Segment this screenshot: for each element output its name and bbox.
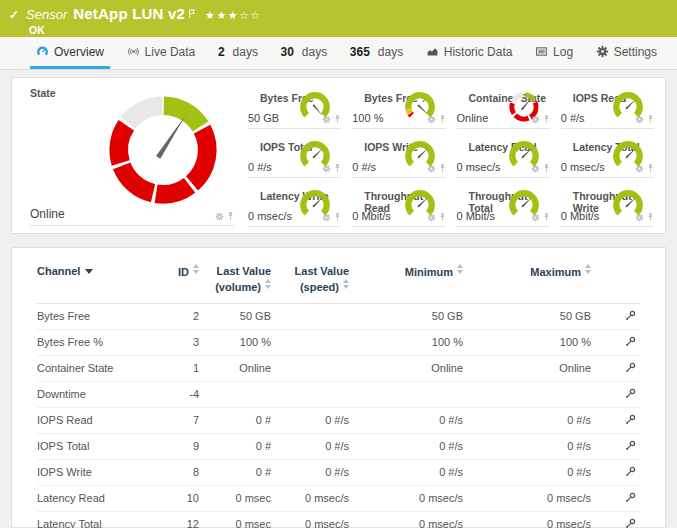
pin-icon[interactable] [647, 213, 654, 222]
column-header-min[interactable]: Minimum [349, 264, 463, 303]
cell-last-value-volume [199, 381, 271, 407]
column-header-channel[interactable]: Channel [37, 264, 157, 303]
channel-table-row: Latency Total 12 0 msec 0 msec/s 0 msec/… [37, 511, 640, 528]
gear-icon[interactable] [635, 213, 644, 222]
channel-settings-wrench-icon[interactable] [625, 440, 636, 451]
mini-gauge-tile[interactable]: Latency Total 0 msec/s [555, 131, 659, 180]
mini-gauge-value: 0 #/s [248, 161, 272, 173]
mini-gauge-tile[interactable]: Throughput Total 0 Mbit/s [451, 180, 555, 229]
tab-live-data[interactable]: Live Data [121, 37, 202, 69]
column-header-id[interactable]: ID [157, 264, 199, 303]
mini-gauge-tile[interactable]: Latency Write 0 msec/s [242, 180, 346, 229]
tab-settings[interactable]: Settings [590, 37, 663, 69]
gear-icon[interactable] [531, 115, 540, 124]
sensor-status-banner: ✓ Sensor NetApp LUN v2 ★★★☆☆ OK [0, 0, 677, 37]
channel-table-body: Bytes Free 2 50 GB 50 GB 50 GB Bytes Fre… [37, 303, 640, 528]
state-gauge-value: Online [30, 207, 65, 221]
channel-settings-wrench-icon[interactable] [625, 336, 636, 347]
gear-icon[interactable] [531, 213, 540, 222]
gear-icon[interactable] [531, 164, 540, 173]
channel-settings-wrench-icon[interactable] [625, 518, 636, 528]
tab-number: 365 [350, 45, 370, 59]
mini-gauge-tile[interactable]: IOPS Read 0 #/s [555, 82, 659, 131]
channel-settings-wrench-icon[interactable] [625, 492, 636, 503]
pin-icon[interactable] [334, 115, 341, 124]
channel-table-panel: ChannelIDLast Value(volume)Last Value(sp… [11, 247, 666, 528]
tab-historic-data[interactable]: Historic Data [420, 37, 519, 69]
pin-icon[interactable] [543, 164, 550, 173]
cell-id: 8 [157, 459, 199, 485]
gear-icon[interactable] [635, 164, 644, 173]
cell-id: 7 [157, 407, 199, 433]
gear-icon[interactable] [322, 213, 331, 222]
pin-icon[interactable] [439, 164, 446, 173]
mini-gauge-value: 0 #/s [561, 112, 585, 124]
channel-settings-wrench-icon[interactable] [625, 388, 636, 399]
column-header-speed[interactable]: Last Value(speed) [271, 264, 349, 303]
cell-last-value-speed: 0 #/s [271, 459, 349, 485]
gear-icon[interactable] [427, 115, 436, 124]
channel-settings-wrench-icon[interactable] [625, 414, 636, 425]
mini-gauge-tile[interactable]: Latency Read 0 msec/s [451, 131, 555, 180]
gear-icon[interactable] [427, 164, 436, 173]
tab-label: Log [553, 45, 573, 59]
pin-icon[interactable] [647, 115, 654, 124]
mini-gauge-tile[interactable]: Container State Online [451, 82, 555, 131]
channel-settings-wrench-icon[interactable] [625, 466, 636, 477]
flag-icon[interactable] [188, 5, 196, 23]
cell-maximum: 100 % [463, 329, 591, 355]
channel-settings-wrench-icon[interactable] [625, 362, 636, 373]
mini-gauge-tile[interactable]: IOPS Total 0 #/s [242, 131, 346, 180]
cell-last-value-speed: 0 #/s [271, 433, 349, 459]
pin-icon[interactable] [439, 115, 446, 124]
column-header-max[interactable]: Maximum [463, 264, 591, 303]
column-header-vol[interactable]: Last Value(volume) [199, 264, 271, 303]
gear-icon[interactable] [215, 212, 224, 221]
state-gauge-tile[interactable]: State Online [18, 82, 240, 229]
mini-gauge-value: 0 msec/s [457, 161, 501, 173]
tab-overview[interactable]: Overview [30, 37, 110, 69]
tab-log[interactable]: Log [529, 37, 579, 69]
cell-maximum: 0 msec/s [463, 485, 591, 511]
sort-arrows-icon [265, 279, 271, 289]
cell-minimum: 100 % [349, 329, 463, 355]
cell-maximum: 0 msec/s [463, 511, 591, 528]
mini-gauge-tile[interactable]: Throughput Write 0 Mbit/s [555, 180, 659, 229]
gear-icon[interactable] [322, 164, 331, 173]
cell-last-value-volume: 0 msec [199, 485, 271, 511]
sort-caret-icon [85, 269, 93, 274]
tab-label: Settings [614, 45, 657, 59]
tab-days-365[interactable]: 365days [344, 37, 409, 69]
mini-gauge-value: Online [457, 112, 489, 124]
gear-icon[interactable] [322, 115, 331, 124]
tab-days-2[interactable]: 2days [212, 37, 264, 69]
mini-gauge-value: 0 msec/s [248, 210, 292, 222]
pin-icon[interactable] [227, 212, 234, 221]
pin-icon[interactable] [543, 115, 550, 124]
cell-channel: Latency Read [37, 485, 157, 511]
pin-icon[interactable] [334, 164, 341, 173]
pin-icon[interactable] [647, 164, 654, 173]
pin-icon[interactable] [439, 213, 446, 222]
cell-channel: IOPS Total [37, 433, 157, 459]
gear-icon[interactable] [427, 213, 436, 222]
cell-minimum: 0 #/s [349, 433, 463, 459]
mini-gauge-tile[interactable]: Bytes Free % 100 % [346, 82, 450, 131]
mini-gauge-tile[interactable]: IOPS Write 0 #/s [346, 131, 450, 180]
tab-days-30[interactable]: 30days [275, 37, 334, 69]
gear-icon[interactable] [635, 115, 644, 124]
tab-bar: OverviewLive Data2days30days365daysHisto… [0, 37, 677, 70]
mini-gauge-tile[interactable]: Bytes Free 50 GB [242, 82, 346, 131]
pin-icon[interactable] [334, 213, 341, 222]
cell-last-value-speed [271, 355, 349, 381]
cell-minimum: 0 msec/s [349, 511, 463, 528]
gauge-icon [36, 45, 49, 58]
cell-last-value-speed: 0 #/s [271, 407, 349, 433]
channel-settings-wrench-icon[interactable] [625, 310, 636, 321]
mini-gauge-tile[interactable]: Throughput Read 0 Mbit/s [346, 180, 450, 229]
mini-gauge-value: 100 % [352, 112, 383, 124]
priority-stars[interactable]: ★★★☆☆ [205, 9, 262, 22]
cell-minimum: Online [349, 355, 463, 381]
pin-icon[interactable] [543, 213, 550, 222]
column-label: ID [178, 266, 189, 278]
